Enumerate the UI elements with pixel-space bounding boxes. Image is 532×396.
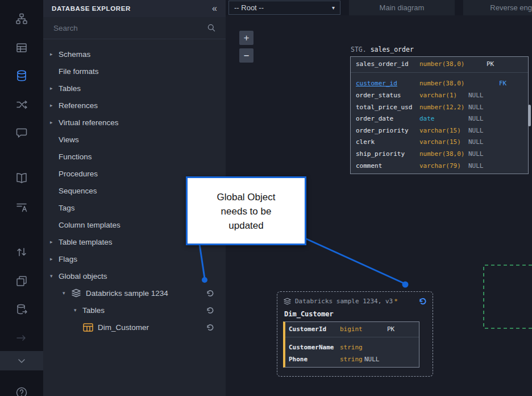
column-row[interactable]: order_datedateNULL bbox=[351, 113, 528, 125]
null-flag: NULL bbox=[468, 115, 484, 122]
tree-item-flags[interactable]: ▸Flags bbox=[43, 250, 226, 267]
tree-item-databricks-sample[interactable]: ▾ Databricks sample 1234 bbox=[43, 284, 226, 302]
search-icon bbox=[207, 23, 216, 32]
entity-dim-customer[interactable]: Databricks sample 1234, v3 * Dim_Custome… bbox=[277, 291, 433, 377]
column-row[interactable]: total_price_usdnumber(12,2)NULL bbox=[351, 101, 528, 113]
chevron-right-icon[interactable]: ▸ bbox=[50, 256, 59, 262]
tree-item-tables-child[interactable]: ▾ Tables bbox=[43, 302, 226, 319]
explorer-header: DATABASE EXPLORER « bbox=[43, 0, 226, 17]
chevron-right-icon[interactable]: ▸ bbox=[50, 102, 59, 108]
collapse-panel-icon[interactable]: « bbox=[212, 3, 217, 14]
tree-item-views[interactable]: Views bbox=[43, 131, 226, 148]
entity-sales-order[interactable]: STG. sales_order sales_order_idnumber(38… bbox=[350, 46, 529, 174]
column-row[interactable]: CustomerNamestring bbox=[285, 341, 419, 353]
tree-item-label: Tables bbox=[59, 84, 81, 93]
app-window: DATABASE EXPLORER « Search ▸Schemas File… bbox=[0, 0, 532, 396]
tab-main-diagram[interactable]: Main diagram bbox=[349, 0, 455, 15]
tree-item-label: Global objects bbox=[59, 272, 107, 280]
column-row[interactable]: sales_order_idnumber(38,0)PK bbox=[351, 58, 528, 70]
chat-icon[interactable] bbox=[15, 126, 28, 139]
tree-item-label: Procedures bbox=[59, 170, 98, 178]
tree-item-references[interactable]: ▸References bbox=[43, 97, 226, 114]
null-flag: NULL bbox=[468, 162, 484, 170]
table-icon[interactable] bbox=[15, 42, 28, 54]
tree-item-label: Sequences bbox=[59, 187, 97, 195]
tree-item-schemas[interactable]: ▸Schemas bbox=[43, 46, 226, 63]
column-row[interactable]: order_statusvarchar(1)NULL bbox=[351, 89, 528, 101]
tree-item-label: File formats bbox=[59, 67, 99, 76]
null-flag: NULL bbox=[468, 127, 484, 134]
table-name-label: sales_order bbox=[371, 46, 414, 53]
row-separator bbox=[285, 337, 419, 337]
zoom-in-button[interactable]: + bbox=[239, 31, 253, 45]
column-row[interactable]: order_priorityvarchar(15)NULL bbox=[351, 125, 528, 137]
entity-body[interactable]: CustomerIdbigintPK CustomerNamestring Ph… bbox=[283, 321, 419, 368]
fk-flag: FK bbox=[468, 80, 506, 87]
column-row[interactable]: customer_idnumber(38,0)FK bbox=[351, 78, 528, 90]
zoom-out-button[interactable]: − bbox=[239, 48, 253, 63]
sitemap-icon[interactable] bbox=[15, 13, 28, 25]
null-flag: NULL bbox=[468, 138, 484, 146]
entity-body[interactable]: sales_order_idnumber(38,0)PK customer_id… bbox=[350, 56, 529, 174]
search-placeholder: Search bbox=[53, 24, 78, 32]
vertical-scrollbar-thumb[interactable] bbox=[528, 105, 531, 126]
database-export-icon[interactable] bbox=[15, 303, 28, 316]
arrow-right-icon[interactable] bbox=[15, 332, 28, 344]
pk-flag: PK bbox=[468, 60, 494, 68]
null-flag: NULL bbox=[468, 150, 484, 158]
tree-item-label: References bbox=[59, 101, 98, 110]
tab-reverse-engineering[interactable]: Reverse eng bbox=[463, 0, 532, 15]
chevron-down-icon: ▾ bbox=[332, 5, 335, 11]
chevron-down-icon[interactable] bbox=[15, 354, 28, 367]
tree-item-dim-customer[interactable]: Dim_Customer bbox=[43, 319, 226, 336]
chevron-down-icon[interactable]: ▾ bbox=[50, 273, 59, 279]
stack-icon bbox=[283, 298, 292, 306]
chevron-right-icon[interactable]: ▸ bbox=[50, 119, 59, 125]
column-row[interactable]: CustomerIdbigintPK bbox=[285, 323, 419, 335]
row-separator bbox=[351, 72, 528, 73]
chevron-down-icon[interactable]: ▾ bbox=[74, 307, 82, 313]
shuffle-icon[interactable] bbox=[15, 98, 28, 111]
undo-change-icon[interactable] bbox=[206, 323, 214, 332]
column-row[interactable]: ship_prioritynumber(38,0)NULL bbox=[351, 148, 528, 160]
text-format-icon[interactable] bbox=[15, 201, 28, 213]
tree-item-file-formats[interactable]: File formats bbox=[43, 63, 226, 80]
tree-item-label: Flags bbox=[59, 255, 77, 263]
book-icon[interactable] bbox=[15, 172, 28, 184]
database-icon[interactable] bbox=[15, 69, 28, 82]
tree-item-label: Virtual references bbox=[59, 118, 119, 127]
null-flag: NULL bbox=[364, 356, 380, 363]
pk-flag: PK bbox=[364, 325, 394, 333]
tree-item-global-objects[interactable]: ▾Global objects bbox=[43, 267, 226, 284]
diagram-root-select[interactable]: -- Root -- ▾ bbox=[228, 1, 340, 15]
global-object-title: Databricks sample 1234, v3 bbox=[295, 298, 393, 305]
chevron-down-icon[interactable]: ▾ bbox=[63, 290, 71, 296]
column-row[interactable]: PhonestringNULL bbox=[285, 353, 419, 365]
undo-change-icon[interactable] bbox=[206, 289, 214, 298]
undo-change-icon[interactable] bbox=[206, 306, 214, 315]
column-row[interactable]: commentvarchar(79)NULL bbox=[351, 160, 528, 172]
help-icon[interactable] bbox=[15, 386, 28, 396]
swap-vertical-icon[interactable] bbox=[15, 246, 28, 258]
null-flag: NULL bbox=[468, 104, 484, 111]
search-input[interactable]: Search bbox=[43, 17, 226, 39]
chevron-right-icon[interactable]: ▸ bbox=[50, 239, 59, 245]
tree-item-label: Views bbox=[59, 135, 79, 144]
tree-item-virtual-references[interactable]: ▸Virtual references bbox=[43, 114, 226, 131]
layers-icon[interactable] bbox=[15, 275, 28, 287]
undo-change-icon[interactable] bbox=[418, 297, 427, 306]
annotation-callout[interactable]: Global Object needs to be updated bbox=[186, 176, 306, 245]
tree-item-label: Tables bbox=[82, 306, 105, 315]
column-row[interactable]: clerkvarchar(15)NULL bbox=[351, 137, 528, 148]
tree-item-label: Tags bbox=[59, 204, 75, 212]
chevron-right-icon[interactable]: ▸ bbox=[50, 85, 59, 91]
tree-item-label: Table templates bbox=[59, 238, 113, 246]
tree-item-tables[interactable]: ▸Tables bbox=[43, 80, 226, 97]
icon-sidebar bbox=[0, 0, 43, 396]
tree-item-label: Schemas bbox=[59, 50, 90, 59]
explorer-title: DATABASE EXPLORER bbox=[52, 5, 131, 12]
modified-marker: * bbox=[394, 298, 398, 305]
tree-item-functions[interactable]: Functions bbox=[43, 148, 226, 165]
entity-title: STG. sales_order bbox=[351, 46, 529, 53]
chevron-right-icon[interactable]: ▸ bbox=[50, 51, 59, 57]
